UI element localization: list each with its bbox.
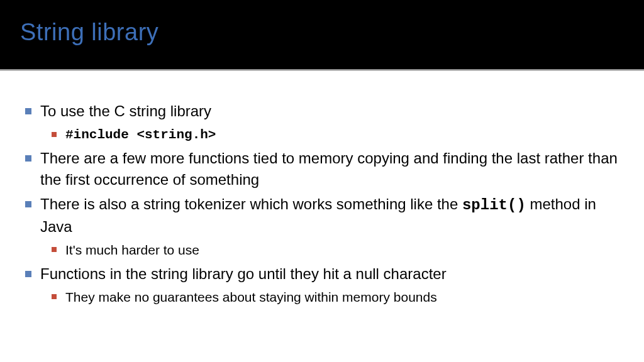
code-text: split()	[462, 197, 526, 214]
slide-content: To use the C string library #include <st…	[0, 70, 644, 323]
sub-list: They make no guarantees about staying wi…	[52, 288, 619, 306]
sub-text: It's much harder to use	[65, 241, 199, 259]
sub-bullet-icon	[52, 132, 57, 137]
code-text: #include <string.h>	[65, 126, 216, 144]
list-item: #include <string.h>	[52, 126, 619, 144]
slide-title: String library	[20, 19, 624, 46]
bullet-icon	[25, 201, 31, 207]
list-item: There is also a string tokenizer which w…	[25, 194, 619, 237]
bullet-icon	[25, 108, 31, 114]
sub-bullet-icon	[52, 294, 57, 299]
sub-list: #include <string.h>	[52, 126, 619, 144]
slide-header: String library	[0, 0, 644, 70]
list-item: It's much harder to use	[52, 241, 619, 259]
list-item: They make no guarantees about staying wi…	[52, 288, 619, 306]
bullet-list: To use the C string library #include <st…	[25, 101, 619, 307]
bullet-text: There is also a string tokenizer which w…	[40, 194, 619, 237]
sub-bullet-icon	[52, 247, 57, 252]
sub-text: They make no guarantees about staying wi…	[65, 288, 437, 306]
list-item: There are a few more functions tied to m…	[25, 148, 619, 190]
bullet-icon	[25, 271, 31, 277]
sub-list: It's much harder to use	[52, 241, 619, 259]
list-item: To use the C string library	[25, 101, 619, 122]
bullet-text: To use the C string library	[40, 101, 211, 122]
bullet-text: There are a few more functions tied to m…	[40, 148, 619, 190]
bullet-icon	[25, 155, 31, 162]
bullet-text: Functions in the string library go until…	[40, 263, 447, 285]
text-prefix: There is also a string tokenizer which w…	[40, 195, 462, 212]
list-item: Functions in the string library go until…	[25, 263, 619, 285]
